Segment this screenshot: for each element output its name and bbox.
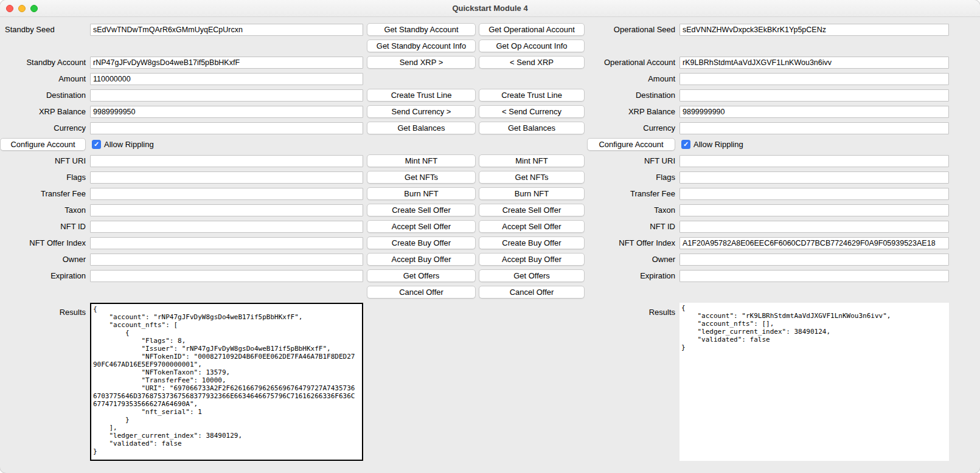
operational-currency-input[interactable] [679, 122, 949, 134]
standby-flags-input[interactable] [90, 171, 363, 184]
operational-flags-input[interactable] [679, 171, 949, 184]
operational-owner-input[interactable] [679, 254, 949, 266]
operational-transfer-fee-label: Transfer Fee [587, 189, 679, 198]
standby-owner-input[interactable] [90, 254, 363, 266]
operational-results-textarea[interactable]: { "account": "rK9LBRhStdmtAaVdJXGVF1LnKW… [679, 303, 949, 461]
configure-standby-account-button[interactable]: Configure Account [0, 138, 86, 151]
get-standby-account-info-button[interactable]: Get Standby Account Info [367, 40, 476, 52]
standby-seed-input[interactable] [90, 24, 363, 36]
standby-nft-uri-input[interactable] [90, 155, 363, 167]
get-balances-operational-button[interactable]: Get Balances [479, 122, 585, 134]
operational-taxon-input[interactable] [679, 204, 949, 216]
create-trust-line-standby-button[interactable]: Create Trust Line [367, 89, 476, 102]
operational-nft-offer-index-input[interactable] [679, 237, 949, 249]
standby-nft-offer-index-label: NFT Offer Index [0, 238, 90, 247]
create-buy-offer-standby-button[interactable]: Create Buy Offer [367, 236, 476, 249]
standby-currency-input[interactable] [90, 122, 363, 134]
form-area: Standby Seed Get Standby Account Get Ope… [0, 17, 980, 461]
standby-transfer-fee-input[interactable] [90, 188, 363, 200]
get-nfts-operational-button[interactable]: Get NFTs [479, 171, 585, 184]
standby-flags-label: Flags [0, 173, 90, 182]
get-offers-standby-button[interactable]: Get Offers [367, 269, 476, 282]
operational-destination-input[interactable] [679, 89, 949, 102]
create-sell-offer-standby-button[interactable]: Create Sell Offer [367, 204, 476, 216]
accept-buy-offer-operational-button[interactable]: Accept Buy Offer [479, 253, 585, 266]
standby-account-label: Standby Account [0, 58, 90, 67]
get-offers-operational-button[interactable]: Get Offers [479, 269, 585, 282]
standby-destination-label: Destination [0, 91, 90, 100]
standby-owner-label: Owner [0, 255, 90, 264]
operational-currency-label: Currency [587, 123, 679, 133]
standby-expiration-input[interactable] [90, 270, 363, 282]
operational-destination-label: Destination [587, 91, 679, 100]
allow-rippling-checkbox-standby[interactable] [92, 140, 101, 149]
operational-results-label: Results [587, 303, 679, 317]
operational-nft-uri-label: NFT URI [587, 156, 679, 165]
standby-taxon-input[interactable] [90, 204, 363, 216]
standby-nft-uri-label: NFT URI [0, 156, 90, 165]
send-currency-operational-button[interactable]: < Send Currency [479, 105, 585, 118]
get-nfts-standby-button[interactable]: Get NFTs [367, 171, 476, 184]
get-op-account-info-button[interactable]: Get Op Account Info [479, 40, 585, 52]
standby-taxon-label: Taxon [0, 205, 90, 215]
standby-results-label: Results [0, 303, 90, 317]
get-standby-account-button[interactable]: Get Standby Account [367, 23, 476, 36]
standby-nft-id-input[interactable] [90, 221, 363, 233]
operational-xrp-balance-label: XRP Balance [587, 107, 679, 116]
operational-nft-uri-input[interactable] [679, 155, 949, 167]
burn-nft-standby-button[interactable]: Burn NFT [367, 187, 476, 200]
mint-nft-operational-button[interactable]: Mint NFT [479, 154, 585, 167]
accept-sell-offer-operational-button[interactable]: Accept Sell Offer [479, 220, 585, 233]
operational-transfer-fee-input[interactable] [679, 188, 949, 200]
create-sell-offer-operational-button[interactable]: Create Sell Offer [479, 204, 585, 216]
accept-buy-offer-standby-button[interactable]: Accept Buy Offer [367, 253, 476, 266]
operational-expiration-input[interactable] [679, 270, 949, 282]
burn-nft-operational-button[interactable]: Burn NFT [479, 187, 585, 200]
configure-operational-account-button[interactable]: Configure Account [587, 138, 675, 151]
standby-seed-label: Standby Seed [0, 25, 90, 34]
window-title: Quickstart Module 4 [452, 4, 527, 13]
send-currency-standby-button[interactable]: Send Currency > [367, 105, 476, 118]
traffic-lights [6, 5, 38, 12]
operational-amount-label: Amount [587, 74, 679, 83]
close-button[interactable] [6, 5, 13, 12]
accept-sell-offer-standby-button[interactable]: Accept Sell Offer [367, 220, 476, 233]
operational-xrp-balance-input[interactable] [679, 106, 949, 118]
operational-expiration-label: Expiration [587, 271, 679, 280]
operational-account-input[interactable] [679, 57, 949, 69]
create-trust-line-operational-button[interactable]: Create Trust Line [479, 89, 585, 102]
allow-rippling-label-standby: Allow Rippling [104, 140, 154, 149]
standby-xrp-balance-input[interactable] [90, 106, 363, 118]
get-operational-account-button[interactable]: Get Operational Account [479, 23, 585, 36]
standby-xrp-balance-label: XRP Balance [0, 107, 90, 116]
operational-seed-label: Operational Seed [587, 25, 679, 34]
operational-seed-input[interactable] [679, 24, 949, 36]
operational-nft-offer-index-label: NFT Offer Index [587, 238, 679, 247]
standby-account-input[interactable] [90, 57, 363, 69]
standby-currency-label: Currency [0, 123, 90, 133]
minimize-button[interactable] [18, 5, 26, 12]
operational-nft-id-input[interactable] [679, 221, 949, 233]
allow-rippling-checkbox-operational[interactable] [681, 140, 690, 149]
operational-amount-input[interactable] [679, 73, 949, 85]
operational-account-label: Operational Account [587, 58, 679, 67]
create-buy-offer-operational-button[interactable]: Create Buy Offer [479, 236, 585, 249]
cancel-offer-operational-button[interactable]: Cancel Offer [479, 286, 585, 299]
get-balances-standby-button[interactable]: Get Balances [367, 122, 476, 134]
standby-nft-id-label: NFT ID [0, 222, 90, 231]
cancel-offer-standby-button[interactable]: Cancel Offer [367, 286, 476, 299]
operational-owner-label: Owner [587, 255, 679, 264]
standby-amount-input[interactable] [90, 73, 363, 85]
operational-taxon-label: Taxon [587, 205, 679, 215]
allow-rippling-label-operational: Allow Rippling [693, 140, 743, 149]
operational-flags-label: Flags [587, 173, 679, 182]
title-bar: Quickstart Module 4 [0, 0, 980, 17]
standby-expiration-label: Expiration [0, 271, 90, 280]
standby-destination-input[interactable] [90, 89, 363, 102]
standby-nft-offer-index-input[interactable] [90, 237, 363, 249]
zoom-button[interactable] [30, 5, 38, 12]
send-xrp-standby-button[interactable]: Send XRP > [367, 56, 476, 69]
mint-nft-standby-button[interactable]: Mint NFT [367, 154, 476, 167]
standby-results-textarea[interactable]: { "account": "rNP47gJFvDyW8gsDo4weB17if5… [90, 303, 363, 461]
send-xrp-operational-button[interactable]: < Send XRP [479, 56, 585, 69]
